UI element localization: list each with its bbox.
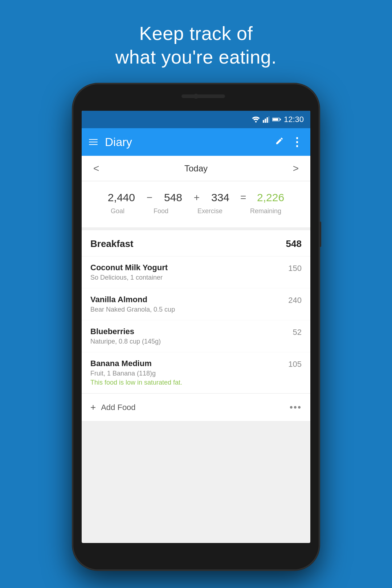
food-info: Banana Medium Fruit, 1 Banana (118)g Thi… — [90, 359, 282, 386]
prev-day-button[interactable]: < — [90, 160, 102, 177]
exercise-col: 334 — [211, 191, 229, 204]
food-detail: Fruit, 1 Banana (118)g — [90, 370, 282, 377]
food-item[interactable]: Banana Medium Fruit, 1 Banana (118)g Thi… — [82, 352, 310, 393]
svg-rect-4 — [269, 116, 269, 123]
current-date-label: Today — [184, 163, 208, 174]
phone-speaker — [181, 94, 225, 98]
food-detail: Naturipe, 0.8 cup (145g) — [90, 338, 287, 345]
breakfast-header: Breakfast 548 — [82, 230, 310, 256]
food-label-col: Food — [154, 207, 168, 215]
status-icons: 12:30 — [252, 115, 304, 124]
add-food-button[interactable]: + Add Food — [90, 402, 136, 413]
plus-operator: + — [188, 192, 205, 203]
svg-rect-6 — [273, 118, 278, 121]
food-name: Vanilla Almond — [90, 295, 282, 304]
food-note: This food is low in saturated fat. — [90, 379, 282, 386]
svg-rect-1 — [263, 120, 264, 123]
goal-col: 2,440 — [108, 191, 135, 204]
food-item[interactable]: Coconut Milk Yogurt So Delicious, 1 cont… — [82, 256, 310, 288]
goal-label-col: Goal — [111, 207, 124, 215]
food-list: Breakfast 548 Coconut Milk Yogurt So Del… — [82, 230, 310, 421]
hamburger-menu-icon[interactable] — [89, 139, 98, 145]
food-calories: 52 — [293, 327, 302, 337]
more-options-button[interactable]: ••• — [290, 402, 302, 413]
food-calories: 240 — [288, 295, 302, 305]
add-food-icon: + — [90, 402, 96, 413]
food-name: Coconut Milk Yogurt — [90, 263, 282, 272]
food-detail: Bear Naked Granola, 0.5 cup — [90, 306, 282, 313]
food-item[interactable]: Vanilla Almond Bear Naked Granola, 0.5 c… — [82, 288, 310, 320]
date-navigation: < Today > — [82, 156, 310, 181]
food-name: Blueberries — [90, 327, 287, 336]
breakfast-section: Breakfast 548 Coconut Milk Yogurt So Del… — [82, 230, 310, 421]
headline-line1: Keep track of — [115, 22, 277, 45]
app-title: Diary — [105, 135, 268, 149]
food-name: Banana Medium — [90, 359, 282, 368]
food-item[interactable]: Blueberries Naturipe, 0.8 cup (145g) 52 — [82, 320, 310, 352]
breakfast-calories: 548 — [286, 238, 302, 250]
headline: Keep track of what you're eating. — [115, 22, 277, 69]
signal-icon — [263, 116, 269, 123]
add-food-label: Add Food — [101, 403, 135, 412]
app-bar: Diary ⋮ — [82, 128, 310, 156]
edit-icon[interactable] — [275, 137, 284, 147]
wifi-icon — [252, 117, 260, 122]
remaining-col: 2,226 — [257, 191, 284, 204]
status-time: 12:30 — [284, 115, 304, 124]
food-label: Food — [154, 207, 168, 215]
remaining-label: Remaining — [250, 207, 281, 215]
calorie-summary: 2,440 − 548 + 334 = 2,226 Goal — [82, 181, 310, 230]
phone-mockup: 12:30 Diary ⋮ < Today > — [73, 84, 319, 570]
food-col: 548 — [164, 191, 182, 204]
food-calories: 105 — [288, 359, 302, 369]
calorie-values-row: 2,440 − 548 + 334 = 2,226 — [90, 191, 302, 204]
battery-icon — [272, 117, 281, 122]
goal-label: Goal — [111, 207, 124, 215]
equals-operator: = — [235, 192, 251, 203]
svg-point-0 — [255, 121, 257, 122]
food-info: Vanilla Almond Bear Naked Granola, 0.5 c… — [90, 295, 282, 313]
headline-line2: what you're eating. — [115, 45, 277, 69]
exercise-label: Exercise — [197, 207, 222, 215]
food-info: Coconut Milk Yogurt So Delicious, 1 cont… — [90, 263, 282, 281]
app-bar-actions: ⋮ — [275, 136, 303, 148]
phone-volume-button — [319, 222, 321, 247]
add-food-row: + Add Food ••• — [82, 393, 310, 421]
phone-screen: 12:30 Diary ⋮ < Today > — [82, 111, 310, 543]
food-calories: 150 — [288, 263, 302, 273]
remaining-label-col: Remaining — [250, 207, 281, 215]
food-value: 548 — [164, 191, 182, 204]
breakfast-title: Breakfast — [90, 238, 134, 250]
exercise-label-col: Exercise — [197, 207, 222, 215]
status-bar: 12:30 — [82, 111, 310, 128]
more-options-icon[interactable]: ⋮ — [291, 136, 303, 148]
minus-operator: − — [141, 192, 158, 203]
svg-rect-2 — [265, 119, 266, 123]
food-detail: So Delicious, 1 container — [90, 274, 282, 281]
svg-rect-3 — [266, 117, 268, 123]
next-day-button[interactable]: > — [290, 160, 302, 177]
calorie-labels-row: Goal Food Exercise Remaining — [90, 207, 302, 215]
food-info: Blueberries Naturipe, 0.8 cup (145g) — [90, 327, 287, 345]
svg-rect-7 — [280, 119, 281, 120]
remaining-value: 2,226 — [257, 191, 284, 204]
exercise-value: 334 — [211, 191, 229, 204]
goal-value: 2,440 — [108, 191, 135, 204]
